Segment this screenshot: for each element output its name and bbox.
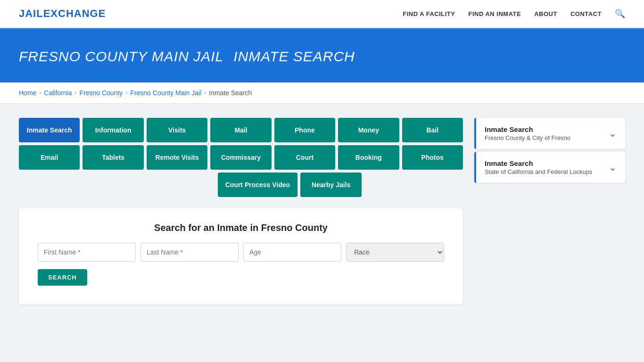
btn-visits[interactable]: Visits xyxy=(147,118,207,142)
btn-booking[interactable]: Booking xyxy=(338,145,399,170)
sidebar-card-california-title: Inmate Search xyxy=(485,159,592,167)
breadcrumb-current: Inmate Search xyxy=(209,89,252,97)
sidebar: Inmate Search Fresno County & City of Fr… xyxy=(474,118,625,304)
age-input[interactable] xyxy=(243,243,341,262)
breadcrumb-sep-2: › xyxy=(75,90,77,96)
breadcrumb-sep-1: › xyxy=(39,90,41,96)
chevron-down-icon: ⌄ xyxy=(609,128,617,139)
sidebar-card-california: Inmate Search State of California and Fe… xyxy=(474,152,625,183)
sidebar-card-fresno-title: Inmate Search xyxy=(485,125,570,133)
btn-mail[interactable]: Mail xyxy=(210,118,271,142)
logo-exchange: EXCHANGE xyxy=(43,8,106,19)
nav-find-facility[interactable]: FIND A FACILITY xyxy=(403,10,455,17)
logo-jail: JAIL xyxy=(19,8,43,19)
logo[interactable]: JAILEXCHANGE xyxy=(19,8,106,20)
sidebar-card-fresno: Inmate Search Fresno County & City of Fr… xyxy=(474,118,625,149)
btn-email[interactable]: Email xyxy=(19,145,80,170)
breadcrumb-home[interactable]: Home xyxy=(19,89,36,97)
btn-tablets[interactable]: Tablets xyxy=(83,145,143,170)
nav-button-row3: Court Process Video Nearby Jails xyxy=(19,173,463,197)
breadcrumb-california[interactable]: California xyxy=(44,89,72,97)
search-button[interactable]: SEARCH xyxy=(38,269,87,286)
chevron-down-icon-2: ⌄ xyxy=(609,162,617,173)
btn-court[interactable]: Court xyxy=(274,145,335,170)
page-title-sub: INMATE SEARCH xyxy=(233,49,355,64)
nav-contact[interactable]: CONTACT xyxy=(570,10,602,17)
main-nav: FIND A FACILITY FIND AN INMATE ABOUT CON… xyxy=(403,8,625,19)
btn-money[interactable]: Money xyxy=(338,118,399,142)
btn-court-process-video[interactable]: Court Process Video xyxy=(218,173,297,197)
race-select[interactable]: Race White Black Hispanic Asian Other xyxy=(346,243,444,262)
nav-button-row1: Inmate Search Information Visits Mail Ph… xyxy=(19,118,463,142)
breadcrumb-sep-3: › xyxy=(125,90,127,96)
btn-commissary[interactable]: Commissary xyxy=(210,145,271,170)
nav-button-row2: Email Tablets Remote Visits Commissary C… xyxy=(19,145,463,170)
first-name-input[interactable] xyxy=(38,243,136,262)
breadcrumb: Home › California › Fresno County › Fres… xyxy=(0,82,644,104)
sidebar-card-fresno-titles: Inmate Search Fresno County & City of Fr… xyxy=(485,125,570,141)
nav-find-inmate[interactable]: FIND AN INMATE xyxy=(468,10,521,17)
breadcrumb-fresno-county[interactable]: Fresno County xyxy=(80,89,123,97)
sidebar-card-fresno-subtitle: Fresno County & City of Fresno xyxy=(485,134,570,141)
btn-phone[interactable]: Phone xyxy=(274,118,335,142)
search-form-title: Search for an Inmate in Fresno County xyxy=(38,222,444,233)
form-row-names: Race White Black Hispanic Asian Other xyxy=(38,243,444,262)
content-left: Inmate Search Information Visits Mail Ph… xyxy=(19,118,463,304)
btn-remote-visits[interactable]: Remote Visits xyxy=(147,145,207,170)
last-name-input[interactable] xyxy=(140,243,239,262)
sidebar-card-california-titles: Inmate Search State of California and Fe… xyxy=(485,159,592,175)
main-content: Inmate Search Information Visits Mail Ph… xyxy=(0,104,644,319)
inmate-search-form: Search for an Inmate in Fresno County Ra… xyxy=(19,208,463,304)
search-icon[interactable]: 🔍 xyxy=(615,8,625,19)
btn-bail[interactable]: Bail xyxy=(402,118,463,142)
header: JAILEXCHANGE FIND A FACILITY FIND AN INM… xyxy=(0,0,644,28)
hero-banner: Fresno County Main Jail INMATE SEARCH xyxy=(0,28,644,82)
btn-information[interactable]: Information xyxy=(83,118,143,142)
btn-photos[interactable]: Photos xyxy=(402,145,463,170)
sidebar-card-california-subtitle: State of California and Federal Lockups xyxy=(485,168,592,175)
breadcrumb-sep-4: › xyxy=(204,90,206,96)
btn-inmate-search[interactable]: Inmate Search xyxy=(19,118,80,142)
page-title-main: Fresno County Main Jail xyxy=(19,49,223,64)
btn-nearby-jails[interactable]: Nearby Jails xyxy=(300,173,362,197)
page-title: Fresno County Main Jail INMATE SEARCH xyxy=(19,45,625,66)
nav-about[interactable]: ABOUT xyxy=(534,10,557,17)
breadcrumb-main-jail[interactable]: Fresno County Main Jail xyxy=(130,89,201,97)
sidebar-card-fresno-header[interactable]: Inmate Search Fresno County & City of Fr… xyxy=(476,118,625,149)
sidebar-card-california-header[interactable]: Inmate Search State of California and Fe… xyxy=(476,152,625,183)
